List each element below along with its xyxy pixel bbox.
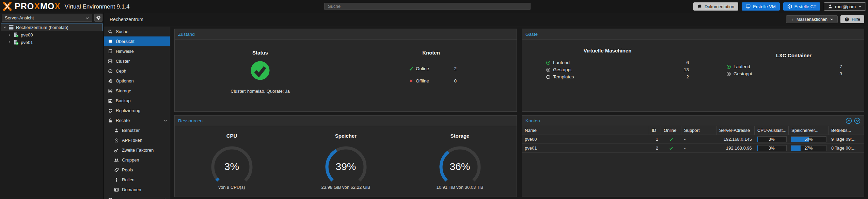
status-label: Online: [416, 66, 429, 71]
chevron-down-icon: [858, 5, 862, 9]
node-memory: 27%: [789, 144, 828, 153]
table-header-row: NameIDOnlineSupportServer-AdresseCPU-Aus…: [522, 126, 864, 135]
chevron-right-icon: [164, 198, 167, 199]
question-circle-icon: ?: [845, 17, 849, 22]
guest-state-label: Laufend: [733, 64, 750, 69]
top-bar: PROXMOX Virtual Environment 9.1.4 Dokume…: [0, 0, 868, 13]
status-value: 0: [454, 78, 457, 83]
node-row-pve00[interactable]: pve001-192.168.0.1453%50%9 Tage 09:...: [522, 135, 864, 144]
nav-item-pools[interactable]: Pools: [104, 165, 170, 175]
nav-item-label: Optionen: [116, 78, 167, 83]
gauge-caption: 10.91 TiB von 30.03 TiB: [403, 185, 517, 190]
button-label: Erstelle CT: [794, 4, 816, 9]
nav-item-ceph[interactable]: Ceph: [104, 66, 170, 76]
resource-tree: Rechenzentrum (homelab)pve00pve01: [0, 24, 104, 46]
node-status-row: Online2: [409, 66, 457, 71]
circle-chevron-up-icon[interactable]: [846, 118, 852, 124]
circle-chevron-down-icon[interactable]: [854, 118, 861, 124]
book-icon: [697, 4, 702, 9]
column-header[interactable]: Betriebs...: [828, 126, 864, 135]
tree-item-pve00[interactable]: pve00: [1, 31, 103, 39]
nav-item-backup[interactable]: Backup: [104, 96, 170, 106]
vm-row: Gestoppt13: [546, 67, 689, 72]
svg-text:?: ?: [846, 17, 848, 21]
user-menu-button[interactable]: root@pam: [824, 2, 866, 11]
nav-item-label: Pools: [122, 167, 167, 172]
nav-item-dom-nen[interactable]: Domänen: [104, 185, 170, 195]
idcard-icon: [114, 187, 119, 192]
tree-settings-button[interactable]: [94, 14, 102, 22]
panel-zustand: Zustand StatusCluster: homelab, Quorate:…: [174, 29, 517, 112]
node-memory-label: 50%: [791, 137, 826, 142]
column-header[interactable]: CPU-Auslast...: [755, 126, 789, 135]
nav-item-benutzer[interactable]: Benutzer: [104, 125, 170, 135]
stop-icon: [546, 67, 551, 72]
tree-item-label: pve01: [21, 40, 33, 45]
lxc-heading: LXC Container: [723, 52, 865, 58]
column-header[interactable]: Speicherver...: [789, 126, 828, 135]
column-header[interactable]: Server-Adresse: [716, 126, 755, 135]
gauge-percent: 36%: [433, 161, 487, 172]
chevron-down-icon: [164, 119, 167, 122]
nav-item-api-token[interactable]: API-Token: [104, 135, 170, 145]
chevron-right-icon: [8, 33, 11, 36]
global-search-input[interactable]: [324, 3, 531, 10]
view-mode-label: Server-Ansicht: [5, 15, 34, 20]
column-header[interactable]: Support: [681, 126, 716, 135]
nav-item-hinweise[interactable]: Hinweise: [104, 46, 170, 56]
gauge-title: CPU: [175, 133, 289, 139]
gauge-speicher: Speicher39%23.98 GiB von 62.22 GiB: [289, 126, 403, 197]
search-icon: [108, 29, 113, 34]
node-row-pve01[interactable]: pve012-192.168.0.963%27%8 Tage 00:...: [522, 144, 864, 153]
node-memory-bar: 27%: [791, 145, 826, 151]
view-mode-select[interactable]: Server-Ansicht: [2, 14, 92, 22]
nav-item-label: Domänen: [122, 187, 167, 192]
nav-item-label: Benutzer: [122, 128, 167, 133]
person-icon: [114, 178, 119, 182]
content-header: Rechenzentrum Massenaktionen ? Hilfe: [104, 13, 868, 26]
nav-item-storage[interactable]: Storage: [104, 86, 170, 96]
guest-state-label: Gestoppt: [553, 67, 572, 72]
heartbeat-icon: [108, 197, 113, 199]
documentation-button[interactable]: Dokumentation: [693, 2, 738, 11]
nav-item-gruppen[interactable]: Gruppen: [104, 155, 170, 165]
help-button[interactable]: ? Hilfe: [840, 15, 864, 23]
tree-item-pve01[interactable]: pve01: [1, 39, 103, 46]
gauge-arc: 36%: [433, 140, 487, 184]
online-check-icon: [669, 137, 673, 141]
nav-item-rollen[interactable]: Rollen: [104, 175, 170, 185]
nav-item-replizierung[interactable]: Replizierung: [104, 106, 170, 116]
nav-item-cluster[interactable]: Cluster: [104, 56, 170, 66]
bulk-actions-button[interactable]: Massenaktionen: [786, 15, 838, 23]
nav-item-label: Suche: [116, 29, 167, 34]
check-icon: [409, 66, 413, 71]
chevron-right-icon: [8, 41, 11, 44]
column-header[interactable]: Online: [661, 126, 681, 135]
column-header[interactable]: ID: [649, 126, 661, 135]
button-label: root@pam: [835, 4, 856, 9]
nav-item-partial[interactable]: [104, 195, 170, 199]
node-id: 1: [649, 135, 661, 144]
node-memory-label: 27%: [791, 146, 826, 151]
create-vm-button[interactable]: Erstelle VM: [742, 2, 779, 11]
user-icon: [114, 128, 119, 133]
guest-state-label: Templates: [553, 74, 574, 79]
nav-item-label: Zweite Faktoren: [122, 148, 167, 153]
nav-item-optionen[interactable]: Optionen: [104, 76, 170, 86]
sync-icon: [108, 108, 113, 113]
userO-icon: [114, 138, 119, 143]
create-ct-button[interactable]: Erstelle CT: [783, 2, 820, 11]
column-header[interactable]: Name: [522, 126, 649, 135]
gauge-percent: 3%: [205, 161, 259, 172]
nav-item-label: Cluster: [116, 59, 167, 64]
gauge-cpu: CPU3%von 8 CPU(s): [175, 126, 289, 197]
play-icon: [546, 60, 551, 65]
tree-item-rechenzentrum-homelab-[interactable]: Rechenzentrum (homelab): [1, 24, 103, 31]
nav-item-suche[interactable]: Suche: [104, 27, 170, 36]
cluster-ok-icon: [250, 61, 270, 80]
play-icon: [726, 64, 731, 69]
guest-count: 3: [839, 71, 842, 76]
nav-item-rechte[interactable]: Rechte: [104, 116, 170, 125]
nav-item--bersicht[interactable]: Übersicht: [104, 36, 170, 46]
nav-item-zweite-faktoren[interactable]: Zweite Faktoren: [104, 145, 170, 155]
